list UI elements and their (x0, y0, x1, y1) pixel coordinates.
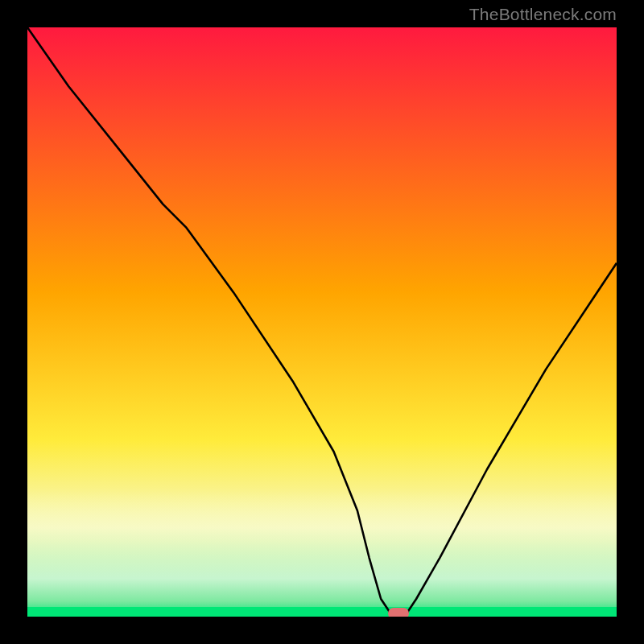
optimum-marker (388, 608, 409, 617)
chart-frame: TheBottleneck.com (0, 0, 644, 644)
watermark-source: TheBottleneck.com (469, 5, 617, 24)
plot-area (27, 27, 617, 617)
bottleneck-curve (27, 27, 617, 617)
